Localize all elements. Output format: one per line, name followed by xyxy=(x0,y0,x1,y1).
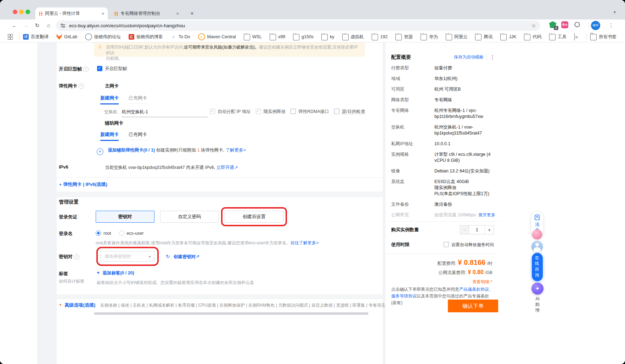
learn-more-link[interactable]: 前往了解更多> xyxy=(291,240,319,245)
tab-search-chevron-icon[interactable]: ▾ xyxy=(610,8,619,16)
browser-menu-button[interactable]: ⋮ xyxy=(607,21,616,30)
add-secondary-eni-link[interactable]: 添加辅助弹性网卡(0 / 1) xyxy=(108,148,155,153)
reload-button[interactable]: ↻ xyxy=(33,21,42,30)
bookmark-star-icon[interactable]: ☆ xyxy=(531,23,536,29)
auto-release-checkbox[interactable]: 设置自动释放服务时间 xyxy=(444,242,494,248)
bookmark-item[interactable]: 华为 xyxy=(421,33,438,40)
ai-assistant-widget[interactable]: ✦ AI助理 xyxy=(531,283,544,313)
quantity-value[interactable]: 1 xyxy=(469,225,485,234)
bookmark-item[interactable]: 192 xyxy=(372,33,388,40)
learn-more-link[interactable]: 了解更多> xyxy=(226,148,246,153)
forward-button[interactable]: → xyxy=(21,21,30,30)
address-bar[interactable]: ecs-buy.aliyun.com/ecs#/custom/postpay/c… xyxy=(56,21,540,31)
bookmark-icon xyxy=(549,34,556,40)
quantity-plus-button[interactable]: + xyxy=(485,225,494,234)
login-name-radio[interactable]: root xyxy=(96,231,111,236)
bookmark-item[interactable]: 资源 xyxy=(395,33,413,40)
checkbox-icon[interactable] xyxy=(256,109,261,114)
credential-option-button[interactable]: 密钥对 xyxy=(96,211,154,223)
vswitch-input[interactable]: 杭州交换机-1 xyxy=(122,109,208,117)
quantity-minus-button[interactable]: − xyxy=(460,225,469,234)
apps-grid-icon[interactable] xyxy=(8,34,12,40)
bookmark-item[interactable]: 译 百度翻译 xyxy=(23,33,49,40)
bookmark-item[interactable]: 虚拟机 xyxy=(342,33,364,40)
extension-translate[interactable]: 中A xyxy=(561,21,568,28)
checkbox-icon[interactable] xyxy=(291,109,296,114)
bookmarks-overflow-chevron[interactable]: » xyxy=(575,34,578,40)
expand-more-link[interactable]: 展开更多 xyxy=(478,212,495,218)
extensions-menu[interactable] xyxy=(574,22,580,28)
keypair-select[interactable]: 请选择密钥对 ▾ xyxy=(101,251,154,262)
collapse-eni-section-toggle[interactable]: ▲ 弹性网卡 | IPv6(选填) xyxy=(59,181,107,188)
extension-green[interactable]: 3 xyxy=(549,21,556,28)
confirm-order-button[interactable]: 确认下单 xyxy=(448,300,498,312)
credential-option-button[interactable]: 自定义密码 xyxy=(160,211,219,223)
checkbox-icon[interactable] xyxy=(444,242,449,247)
checkbox-checked-icon[interactable] xyxy=(97,66,102,71)
home-button[interactable]: ⌂ xyxy=(44,21,53,30)
bookmark-item[interactable]: 视频 xyxy=(574,33,575,40)
radio-icon[interactable] xyxy=(96,231,101,236)
new-tab-button[interactable]: + xyxy=(188,9,196,18)
ipv6-enable-link[interactable]: 立即开通 xyxy=(216,165,234,170)
tab-ecs[interactable]: (-) 阿里云 - 弹性计算 × xyxy=(35,7,108,19)
all-bookmarks-button[interactable]: 所有书签 xyxy=(590,33,616,40)
url-text[interactable]: ecs-buy.aliyun.com/ecs#/custom/postpay/c… xyxy=(69,23,531,28)
back-button[interactable]: ← xyxy=(10,21,19,30)
tab-existing-eni[interactable]: 已有网卡 xyxy=(129,132,147,140)
save-launch-template-link[interactable]: 保存为启动模板 xyxy=(454,54,484,60)
bookmark-item[interactable]: ✓ To Do xyxy=(171,33,190,40)
create-keypair-link[interactable]: 创建密钥对↗ xyxy=(174,254,199,260)
bookmark-item[interactable]: ky xyxy=(321,33,334,40)
bookmark-item[interactable]: JJK xyxy=(500,33,516,40)
bookmark-item[interactable]: c Maven Central xyxy=(198,33,236,40)
add-tag-link[interactable]: +添加标签(0 / 20) xyxy=(97,270,134,276)
eni-option-checkbox[interactable]: 弹性RDMA接口 xyxy=(291,109,329,115)
tab-new-eni[interactable]: 新建网卡 xyxy=(100,95,119,104)
radio-icon[interactable] xyxy=(119,231,124,236)
plus-icon[interactable]: + xyxy=(97,148,103,155)
promo-badge[interactable] xyxy=(532,229,542,239)
close-window-button[interactable] xyxy=(13,10,17,14)
refresh-icon[interactable]: ↻ xyxy=(166,254,170,259)
consultant-avatar[interactable] xyxy=(531,241,543,252)
bookmark-item[interactable]: 阿里云 xyxy=(446,33,468,40)
bookmarks-bar: 译 百度翻译 GitLab 徐晓伟的论坛 C 徐晓伟的博客 xyxy=(0,32,625,42)
help-icon[interactable]: ? xyxy=(79,84,84,89)
bookmark-item[interactable]: 腾讯 xyxy=(475,33,492,40)
eni-option-checkbox[interactable]: 源/目的检查 xyxy=(334,109,365,115)
bookmark-item[interactable]: 工具 xyxy=(549,33,567,40)
profile-button[interactable]: 晓伟 xyxy=(591,21,600,30)
tab-existing-eni[interactable]: 已有网卡 xyxy=(129,95,147,104)
bookmark-item[interactable]: 代码 xyxy=(524,33,541,40)
zoom-window-button[interactable] xyxy=(26,10,30,14)
jumbo-frame-checkbox[interactable]: 开启巨型帧 xyxy=(97,66,127,72)
credential-option-button[interactable]: 创建后设置 xyxy=(225,211,283,223)
minimize-window-button[interactable] xyxy=(19,10,24,14)
login-name-radio[interactable]: ecs-user xyxy=(119,231,144,236)
tag-design-hint[interactable]: 如何设计标签 xyxy=(59,278,84,284)
eni-option-checkbox[interactable]: 随实例释放 xyxy=(256,109,286,115)
folder-icon xyxy=(590,34,597,40)
checkbox-icon[interactable] xyxy=(210,109,215,114)
tab-close-icon[interactable]: × xyxy=(101,11,104,16)
tab-close-icon[interactable]: × xyxy=(176,11,179,16)
checkbox-icon[interactable] xyxy=(334,109,339,114)
eni-option-checkbox[interactable]: 自动分配 IP 地址 xyxy=(210,109,251,115)
help-icon[interactable]: ? xyxy=(83,67,89,72)
view-detail-link[interactable]: 查看明细 ^ xyxy=(472,279,492,285)
advanced-options-toggle[interactable]: 高级选项(选填) xyxy=(65,302,96,308)
help-icon[interactable]: ? xyxy=(74,254,79,260)
bookmark-item[interactable]: GitLab xyxy=(56,33,77,40)
summary-kebab-menu[interactable]: ⋮ xyxy=(490,54,495,61)
online-consult-button[interactable]: 在线咨询 xyxy=(532,253,543,281)
bookmark-item[interactable]: WSL xyxy=(244,33,262,40)
tab-vpc[interactable]: (-) 专有网络管理控制台 × xyxy=(111,7,182,19)
site-settings-icon[interactable] xyxy=(60,23,66,28)
bookmark-item[interactable]: C 徐晓伟的博客 xyxy=(129,33,163,40)
bookmark-item[interactable]: 徐晓伟的论坛 xyxy=(85,33,121,40)
bookmark-item[interactable]: g150s xyxy=(293,33,314,40)
tab-new-eni[interactable]: 新建网卡 xyxy=(100,132,119,141)
horizontal-scrollbar[interactable] xyxy=(94,312,368,315)
bookmark-item[interactable]: x99 xyxy=(270,33,285,40)
